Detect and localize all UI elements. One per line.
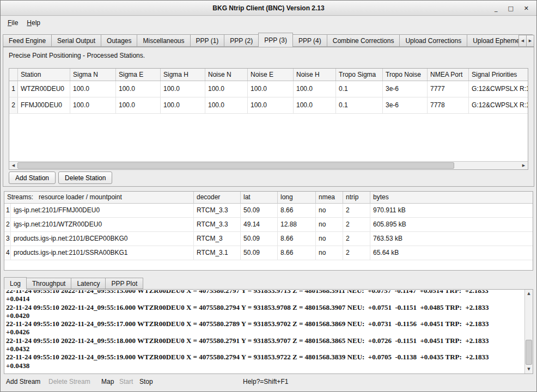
delete-stream-button: Delete Stream <box>45 377 94 387</box>
stream-row[interactable]: 2 igs-ip.net:2101/WTZR00DEU0 RTCM_3.3 49… <box>4 218 533 232</box>
stream-cell-lat[interactable]: 50.09 <box>241 246 278 260</box>
maximize-icon[interactable]: □ <box>508 5 513 11</box>
station-cell-sigma-e[interactable]: 100.0 <box>116 97 161 113</box>
station-cell-noise-e[interactable]: 100.0 <box>248 97 294 113</box>
station-cell-station[interactable]: WTZR00DEU0 <box>18 81 70 97</box>
station-cell-noise-n[interactable]: 100.0 <box>205 97 248 113</box>
stream-cell-decoder[interactable]: RTCM_3.3 <box>194 218 241 231</box>
stream-cell-bytes[interactable]: 65.64 kB <box>370 246 533 260</box>
stream-cell-ntrip[interactable]: 2 <box>343 232 370 246</box>
station-cell-noise-h[interactable]: 100.0 <box>294 81 336 97</box>
row-number[interactable]: 2 <box>4 218 11 231</box>
window-title: BKG Ntrip Client (BNC) Version 2.13 <box>212 4 324 12</box>
menu-help[interactable]: Help <box>22 17 45 29</box>
add-station-button[interactable]: Add Station <box>9 171 56 184</box>
row-number[interactable]: 3 <box>4 232 11 246</box>
scroll-right-button[interactable]: ▶ <box>520 162 528 169</box>
stream-cell-mountpoint[interactable]: igs-ip.net:2101/WTZR00DEU0 <box>11 218 194 231</box>
row-number[interactable]: 1 <box>4 204 11 217</box>
stream-cell-ntrip[interactable]: 2 <box>343 246 370 260</box>
tab-miscellaneous[interactable]: Miscellaneous <box>137 34 190 47</box>
stream-cell-long[interactable]: 8.66 <box>278 204 316 217</box>
stream-cell-ntrip[interactable]: 2 <box>343 218 370 231</box>
vscroll-thumb[interactable] <box>526 340 532 365</box>
scroll-up-button[interactable]: ▲ <box>525 290 533 298</box>
station-cell-signal-priorities[interactable]: G:12&CWPSLX R:12 <box>469 97 528 113</box>
hscroll-thumb[interactable] <box>17 162 454 169</box>
station-cell-tropo-noise[interactable]: 3e-6 <box>383 81 428 97</box>
scroll-down-button[interactable]: ▼ <box>525 365 533 373</box>
stream-cell-nmea[interactable]: no <box>316 246 343 260</box>
stream-cell-mountpoint[interactable]: igs-ip.net:2101/FFMJ00DEU0 <box>11 204 194 217</box>
stream-cell-ntrip[interactable]: 2 <box>343 204 370 217</box>
stream-cell-bytes[interactable]: 605.895 kB <box>370 218 533 231</box>
stream-cell-decoder[interactable]: RTCM_3 <box>194 232 241 246</box>
stream-cell-bytes[interactable]: 970.911 kB <box>370 204 533 217</box>
tab-log[interactable]: Log <box>4 277 27 290</box>
stream-cell-decoder[interactable]: RTCM_3.1 <box>194 246 241 260</box>
stream-cell-bytes[interactable]: 763.53 kB <box>370 232 533 246</box>
stations-hscrollbar[interactable]: ◀ ▶ <box>9 161 528 169</box>
stream-cell-decoder[interactable]: RTCM_3.3 <box>194 204 241 217</box>
tab-scroll-left-button[interactable]: ◀ <box>518 35 527 47</box>
tab-combine-corrections[interactable]: Combine Corrections <box>327 34 400 47</box>
station-cell-sigma-h[interactable]: 100.0 <box>161 97 205 113</box>
stream-cell-nmea[interactable]: no <box>316 232 343 246</box>
stop-button[interactable]: Stop <box>136 377 156 387</box>
tab-latency[interactable]: Latency <box>71 278 106 289</box>
stream-cell-lat[interactable]: 50.09 <box>241 232 278 246</box>
stream-cell-nmea[interactable]: no <box>316 204 343 217</box>
station-cell-sigma-n[interactable]: 100.0 <box>70 81 116 97</box>
station-cell-noise-h[interactable]: 100.0 <box>294 97 336 113</box>
row-number[interactable]: 4 <box>4 246 11 260</box>
stream-row[interactable]: 3 products.igs-ip.net:2101/BCEP00BKG0 RT… <box>4 232 533 246</box>
station-cell-sigma-n[interactable]: 100.0 <box>70 97 116 113</box>
log-content: 22-11-24 09:55:10 2022-11-24_09:55:15.00… <box>6 290 524 373</box>
stream-row[interactable]: 1 igs-ip.net:2101/FFMJ00DEU0 RTCM_3.3 50… <box>4 204 533 218</box>
station-cell-tropo-noise[interactable]: 3e-6 <box>383 97 428 113</box>
station-cell-tropo-sigma[interactable]: 0.1 <box>336 81 383 97</box>
station-cell-nmea-port[interactable]: 7777 <box>428 81 469 97</box>
stream-cell-long[interactable]: 8.66 <box>278 246 316 260</box>
tab-ppp-plot[interactable]: PPP Plot <box>105 278 143 289</box>
stream-cell-mountpoint[interactable]: products.igs-ip.net:2101/BCEP00BKG0 <box>11 232 194 246</box>
hscroll-track[interactable] <box>17 162 520 169</box>
row-number[interactable]: 2 <box>9 97 18 113</box>
menu-file[interactable]: File <box>3 17 22 29</box>
tab-upload-corrections[interactable]: Upload Corrections <box>399 34 467 47</box>
stream-cell-long[interactable]: 8.66 <box>278 232 316 246</box>
station-cell-station[interactable]: FFMJ00DEU0 <box>18 97 70 113</box>
station-cell-noise-e[interactable]: 100.0 <box>248 81 294 97</box>
close-icon[interactable]: ✕ <box>524 5 529 11</box>
row-number[interactable]: 1 <box>9 81 18 97</box>
tab-ppp-4[interactable]: PPP (4) <box>292 34 327 47</box>
station-cell-sigma-h[interactable]: 100.0 <box>161 81 205 97</box>
tab-serial-output[interactable]: Serial Output <box>51 34 101 47</box>
add-stream-button[interactable]: Add Stream <box>3 377 44 387</box>
minimize-icon[interactable]: _ <box>495 5 498 11</box>
station-cell-noise-n[interactable]: 100.0 <box>205 81 248 97</box>
panel-description: Precise Point Positioning - Processed St… <box>9 52 145 59</box>
tab-throughput[interactable]: Throughput <box>26 278 71 289</box>
tab-ppp-3[interactable]: PPP (3) <box>258 33 293 47</box>
stream-cell-nmea[interactable]: no <box>316 218 343 231</box>
stream-cell-long[interactable]: 12.88 <box>278 218 316 231</box>
tab-outages[interactable]: Outages <box>101 34 137 47</box>
log-vscrollbar[interactable]: ▲ ▼ <box>524 290 533 373</box>
tab-feed-engine[interactable]: Feed Engine <box>3 34 52 47</box>
tab-ppp-2[interactable]: PPP (2) <box>224 34 259 47</box>
stream-row[interactable]: 4 products.igs-ip.net:2101/SSRA00BKG1 RT… <box>4 246 533 260</box>
stream-cell-lat[interactable]: 50.09 <box>241 204 278 217</box>
station-row: 1 WTZR00DEU0 100.0 100.0 100.0 100.0 100… <box>9 81 528 97</box>
tab-scroll-right-button[interactable]: ▶ <box>526 35 534 47</box>
station-cell-nmea-port[interactable]: 7778 <box>428 97 469 113</box>
stream-cell-lat[interactable]: 49.14 <box>241 218 278 231</box>
tab-ppp-1[interactable]: PPP (1) <box>190 34 225 47</box>
stream-cell-mountpoint[interactable]: products.igs-ip.net:2101/SSRA00BKG1 <box>11 246 194 260</box>
station-cell-signal-priorities[interactable]: G:12&CWPSLX R:12 <box>469 81 528 97</box>
station-cell-tropo-sigma[interactable]: 0.1 <box>336 97 383 113</box>
station-cell-sigma-e[interactable]: 100.0 <box>116 81 161 97</box>
map-button[interactable]: Map <box>98 377 117 387</box>
delete-station-button[interactable]: Delete Station <box>58 171 112 184</box>
scroll-left-button[interactable]: ◀ <box>9 162 17 169</box>
